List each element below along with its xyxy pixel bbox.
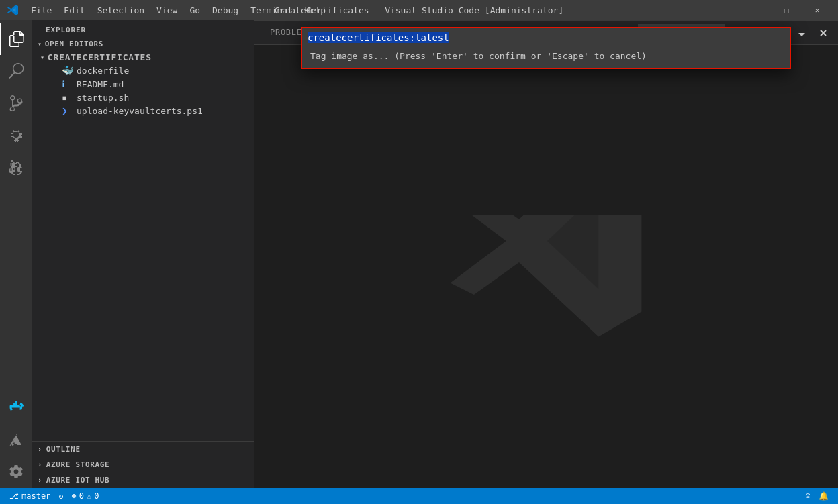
tag-image-dialog: Tag image as... (Press 'Enter' to confir… (254, 20, 838, 69)
docker-icon: 🐳 (62, 65, 73, 76)
status-branch[interactable]: ⎇ master (5, 488, 54, 504)
status-bell[interactable]: 🔔 (814, 488, 833, 504)
main-layout: EXPLORER ▾ OPEN EDITORS ▾ CREATECERTIFIC… (0, 20, 838, 488)
chevron-right-icon: › (38, 476, 42, 484)
error-count: 0 (79, 491, 84, 501)
dialog-input-row (302, 28, 790, 47)
sidebar-item-outline[interactable]: › OUTLINE (32, 442, 254, 457)
tag-image-input[interactable] (308, 32, 784, 43)
menu-edit[interactable]: Edit (58, 4, 90, 17)
sidebar-header: EXPLORER (32, 20, 254, 37)
activity-btn-source-control[interactable] (0, 87, 32, 119)
smiley-icon: ☺ (806, 491, 810, 501)
dialog-hint-text: Tag image as... (Press 'Enter' to confir… (302, 47, 790, 68)
sidebar-item-azure-storage[interactable]: › AZURE STORAGE (32, 457, 254, 472)
file-name: startup.sh (77, 93, 129, 103)
vscode-logo (5, 3, 20, 17)
activity-btn-debug[interactable] (0, 119, 32, 152)
titlebar: File Edit Selection View Go Debug Termin… (0, 0, 838, 20)
info-icon: ℹ (62, 79, 73, 89)
file-name: upload-keyvaultcerts.ps1 (77, 106, 203, 116)
sidebar-section-open-editors[interactable]: ▾ OPEN EDITORS (32, 37, 254, 51)
menu-file[interactable]: File (26, 4, 57, 17)
menu-selection[interactable]: Selection (92, 4, 150, 17)
menu-view[interactable]: View (151, 4, 183, 17)
input-dialog-box: Tag image as... (Press 'Enter' to confir… (301, 27, 791, 69)
folder-name: CREATECERTIFICATES (48, 52, 152, 62)
file-startup[interactable]: ▪ startup.sh (32, 91, 254, 104)
status-bar: ⎇ master ↻ ⊗ 0 ⚠ 0 ☺ 🔔 (0, 488, 838, 504)
menu-debug[interactable]: Debug (207, 4, 244, 17)
window-controls: — □ ✕ (740, 0, 833, 20)
chevron-right-icon: › (38, 446, 42, 453)
folder-createcertificates[interactable]: ▾ CREATECERTIFICATES (32, 51, 254, 64)
sidebar-bottom: › OUTLINE › AZURE STORAGE › AZURE IOT HU… (32, 441, 254, 488)
open-editors-label: OPEN EDITORS (45, 40, 103, 48)
file-name: README.md (77, 79, 124, 89)
activity-btn-explorer[interactable] (0, 23, 32, 55)
chevron-down-icon: ▾ (38, 40, 42, 48)
status-sync[interactable]: ↻ (54, 488, 67, 504)
status-errors[interactable]: ⊗ 0 ⚠ 0 (68, 488, 103, 504)
activity-btn-docker[interactable] (0, 391, 32, 423)
file-icon: ▪ (62, 92, 73, 103)
outline-label: OUTLINE (46, 445, 81, 454)
activity-btn-extensions[interactable] (0, 152, 32, 184)
activity-btn-settings[interactable] (0, 456, 32, 488)
menu-go[interactable]: Go (184, 4, 205, 17)
minimize-button[interactable]: — (740, 0, 771, 20)
close-button[interactable]: ✕ (802, 0, 833, 20)
status-smiley[interactable]: ☺ (802, 488, 814, 504)
sidebar: EXPLORER ▾ OPEN EDITORS ▾ CREATECERTIFIC… (32, 20, 254, 488)
sidebar-item-azure-iot-hub[interactable]: › AZURE IOT HUB (32, 472, 254, 488)
content-area: Tag image as... (Press 'Enter' to confir… (254, 20, 838, 488)
bell-icon: 🔔 (819, 491, 829, 501)
azure-storage-label: AZURE STORAGE (46, 460, 110, 469)
warning-icon: ⚠ (87, 491, 91, 501)
window-title: CreateCertificates - Visual Studio Code … (275, 5, 563, 15)
file-dockerfile[interactable]: 🐳 dockerfile (32, 64, 254, 77)
git-branch-icon: ⎇ (9, 491, 19, 501)
chevron-right-icon: › (38, 461, 42, 468)
activity-btn-search[interactable] (0, 55, 32, 87)
error-icon: ⊗ (72, 491, 77, 501)
sync-icon: ↻ (58, 491, 63, 501)
branch-name: master (21, 491, 50, 501)
file-upload-keyvault[interactable]: ❯ upload-keyvaultcerts.ps1 (32, 104, 254, 117)
warning-count: 0 (94, 491, 99, 501)
activity-btn-azure[interactable] (0, 423, 32, 456)
file-name: dockerfile (77, 66, 129, 76)
chevron-down-icon: ▾ (40, 54, 45, 61)
file-tree: 🐳 dockerfile ℹ README.md ▪ startup.sh ❯ … (32, 64, 254, 441)
powershell-icon: ❯ (62, 105, 73, 116)
file-readme[interactable]: ℹ README.md (32, 77, 254, 91)
terminal-content[interactable] (254, 45, 838, 215)
maximize-button[interactable]: □ (771, 0, 802, 20)
azure-iot-hub-label: AZURE IOT HUB (46, 476, 110, 485)
activity-bar (0, 20, 32, 488)
